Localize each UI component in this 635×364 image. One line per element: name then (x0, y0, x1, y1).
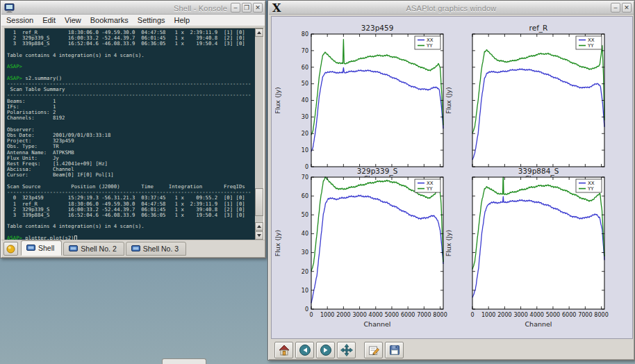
svg-text:6000: 6000 (401, 312, 415, 318)
terminal-scrollbar[interactable] (255, 28, 263, 240)
scroll-down-button[interactable] (255, 231, 263, 240)
tab-shell-no-3[interactable]: Shell No. 3 (126, 242, 186, 256)
menu-item-bookmarks[interactable]: Bookmarks (90, 16, 129, 24)
konsole-menubar: SessionEditViewBookmarksSettingsHelp (1, 15, 265, 26)
terminal-line: Table contains 4 integration(s) in 4 sca… (7, 224, 256, 229)
menu-item-help[interactable]: Help (174, 16, 190, 24)
svg-text:5000: 5000 (546, 312, 560, 318)
konsole-titlebar[interactable]: Shell - Konsole –❐✕ (1, 1, 265, 15)
terminal-output[interactable]: 1 ref_R 18:30:06.0 -49.59.30.0 04:47:58 … (5, 28, 256, 240)
svg-text:4000: 4000 (369, 312, 383, 318)
asaplot-window: X ASAPlot graphics window –✕ 01020304050… (267, 0, 635, 361)
tab-label: Shell No. 2 (81, 245, 116, 253)
svg-text:10: 10 (302, 288, 308, 294)
y-axis-label: Flux (Jy) (445, 87, 452, 114)
terminal-line: ASAP> (7, 64, 256, 69)
asaplot-window-title: ASAPlot graphics window (269, 4, 634, 13)
session-tabs: ShellShell No. 2Shell No. 3 (21, 240, 188, 257)
tab-shell[interactable]: Shell (21, 240, 62, 256)
forward-icon (320, 344, 332, 356)
scroll-up-button[interactable] (255, 28, 263, 37)
tab-label: Shell No. 3 (143, 245, 179, 253)
svg-text:50: 50 (302, 81, 308, 87)
asaplot-titlebar[interactable]: X ASAPlot graphics window –✕ (269, 1, 634, 15)
konsole-window-title: Shell - Konsole (174, 4, 227, 13)
menu-item-view[interactable]: View (65, 16, 81, 24)
svg-text:60: 60 (302, 65, 308, 71)
x-axis-label: Channel (525, 320, 552, 328)
svg-text:20: 20 (302, 131, 308, 137)
toolbar-save-button[interactable] (385, 342, 404, 358)
legend-entry-XX: XX (588, 181, 595, 186)
edit-icon (368, 344, 380, 356)
toolbar-edit-button[interactable] (364, 342, 383, 358)
shell-tab-icon (26, 245, 35, 251)
svg-text:30: 30 (302, 114, 308, 120)
new-session-button[interactable] (3, 242, 18, 256)
svg-text:1000: 1000 (320, 312, 334, 318)
subplot-323p459: 01020304050607080323p459ChannelFlux (Jy)… (275, 23, 453, 188)
svg-text:70: 70 (302, 174, 308, 181)
svg-text:70: 70 (302, 48, 308, 54)
svg-text:40: 40 (302, 97, 308, 104)
terminal-line: Cursor: Beam[0] IF[0] Pol[1] (7, 172, 256, 178)
terminal-line: Channels: 8192 (7, 115, 256, 121)
konsole-maximize-button[interactable]: ❐ (242, 3, 251, 13)
new-session-icon (6, 245, 15, 254)
toolbar-back-button[interactable] (295, 342, 314, 358)
legend-entry-XX: XX (427, 38, 434, 43)
subplot-title: 329p339_S (357, 167, 398, 176)
tab-label: Shell (38, 244, 54, 252)
konsole-minimize-button[interactable]: – (231, 3, 240, 13)
menu-item-settings[interactable]: Settings (138, 16, 165, 24)
plot-navigation-toolbar (271, 340, 633, 359)
svg-text:0: 0 (309, 312, 313, 318)
konsole-window: Shell - Konsole –❐✕ SessionEditViewBookm… (0, 0, 266, 258)
x-axis-label: Channel (363, 320, 390, 328)
legend-entry-XX: XX (588, 38, 595, 43)
toolbar-forward-button[interactable] (316, 342, 335, 358)
subplot-title: 339p884_S (518, 167, 559, 176)
legend-entry-XX: XX (427, 181, 434, 186)
svg-text:2000: 2000 (497, 312, 511, 318)
menu-item-session[interactable]: Session (6, 16, 33, 24)
y-axis-label: Flux (Jy) (445, 230, 452, 257)
plot-figure-canvas[interactable]: 01020304050607080323p459ChannelFlux (Jy)… (271, 16, 633, 339)
svg-text:10: 10 (302, 147, 308, 154)
scrollbar-thumb[interactable] (255, 188, 263, 216)
svg-text:20: 20 (302, 269, 308, 275)
toolbar-pan-button[interactable] (337, 342, 356, 358)
pan-icon (340, 344, 353, 356)
terminal-line: 3 339p884_S 16:52:04.6 -46.08.33.9 06:36… (7, 213, 256, 218)
konsole-window-buttons: –❐✕ (231, 3, 263, 13)
asaplot-minimize-button[interactable]: – (611, 3, 620, 13)
svg-text:0: 0 (305, 306, 308, 313)
svg-text:6000: 6000 (562, 312, 576, 318)
svg-text:7000: 7000 (578, 312, 592, 318)
menu-item-edit[interactable]: Edit (42, 16, 56, 24)
konsole-app-icon (4, 3, 15, 13)
y-axis-label: Flux (Jy) (275, 87, 281, 114)
tab-shell-no-2[interactable]: Shell No. 2 (63, 242, 124, 256)
scroll-up-button-2[interactable] (255, 222, 263, 231)
svg-text:60: 60 (302, 193, 308, 199)
taskbar-peek (162, 358, 206, 364)
svg-text:0: 0 (470, 312, 474, 318)
arrow-down-icon (257, 234, 261, 237)
konsole-close-button[interactable]: ✕ (253, 3, 263, 13)
terminal-frame: 1 ref_R 18:30:06.0 -49.59.30.0 04:47:58 … (4, 28, 264, 241)
svg-text:1000: 1000 (481, 312, 495, 318)
legend-entry-YY: YY (426, 186, 433, 192)
subplot-339p884_S: 010002000300040005000600070008000339p884… (436, 166, 614, 330)
svg-text:4000: 4000 (530, 312, 544, 318)
subplot-title: 323p459 (361, 24, 394, 32)
asaplot-window-buttons: –✕ (611, 3, 632, 13)
terminal-line: Table contains 4 integration(s) in 4 sca… (7, 53, 256, 58)
toolbar-home-button[interactable] (274, 342, 293, 358)
legend-entry-YY: YY (426, 43, 433, 49)
subplot-ref_R: ref_RChannelFlux (Jy)XXYY (436, 23, 614, 188)
terminal-line (7, 58, 256, 64)
svg-text:8000: 8000 (594, 312, 608, 318)
subplot-329p339_S: 0100020003000400050006000700080000102030… (275, 166, 453, 330)
asaplot-close-button[interactable]: ✕ (622, 3, 632, 13)
